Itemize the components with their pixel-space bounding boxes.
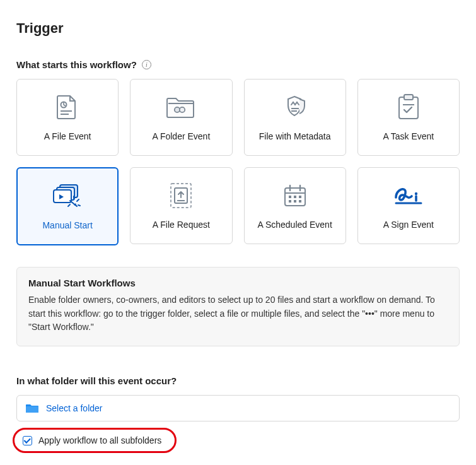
folder-section-label: In what folder will this event occur? — [16, 375, 177, 386]
trigger-card-label: File with Metadata — [259, 131, 331, 141]
svg-point-5 — [180, 107, 185, 112]
sign-event-icon — [392, 182, 425, 209]
svg-point-34 — [415, 192, 417, 195]
apply-subfolders-row[interactable]: Apply workflow to all subfolders — [16, 430, 173, 450]
trigger-card-label: A Scheduled Event — [257, 220, 332, 230]
apply-subfolders-label: Apply workflow to all subfolders — [38, 435, 161, 445]
info-box-body: Enable folder owners, co-owners, and edi… — [28, 293, 448, 334]
trigger-card-grid: A File Event A Folder Event — [16, 79, 460, 245]
svg-rect-33 — [299, 200, 301, 203]
trigger-card-label: A Sign Event — [383, 220, 434, 230]
page-title: Trigger — [16, 20, 460, 37]
file-event-icon — [55, 93, 80, 121]
trigger-card-file-event[interactable]: A File Event — [16, 79, 119, 156]
svg-line-17 — [77, 199, 79, 201]
info-icon[interactable]: i — [142, 60, 151, 69]
trigger-card-file-request[interactable]: A File Request — [130, 167, 232, 244]
folder-picker[interactable]: Select a folder — [16, 395, 460, 421]
folder-event-icon — [166, 93, 195, 121]
svg-rect-37 — [26, 406, 38, 413]
trigger-section-label: What starts this workflow? — [16, 59, 137, 70]
trigger-card-label: A File Request — [153, 220, 210, 230]
folder-picker-label: Select a folder — [46, 403, 103, 413]
file-request-icon — [168, 182, 194, 209]
folder-section-header: In what folder will this event occur? — [16, 375, 460, 386]
trigger-card-label: A File Event — [44, 131, 91, 141]
trigger-card-folder-event[interactable]: A Folder Event — [130, 79, 232, 156]
trigger-card-sign-event[interactable]: A Sign Event — [357, 167, 460, 244]
trigger-card-label: Manual Start — [42, 220, 92, 230]
svg-rect-8 — [399, 97, 418, 119]
svg-rect-29 — [294, 196, 296, 198]
trigger-section-header: What starts this workflow? i — [16, 59, 460, 70]
trigger-card-manual-start[interactable]: Manual Start — [16, 167, 119, 245]
trigger-card-file-metadata[interactable]: File with Metadata — [244, 79, 346, 156]
svg-rect-28 — [289, 196, 291, 198]
folder-icon — [26, 403, 38, 413]
trigger-card-label: A Folder Event — [152, 131, 210, 141]
svg-line-19 — [78, 205, 80, 206]
svg-rect-9 — [404, 95, 413, 100]
metadata-icon — [281, 93, 310, 121]
svg-rect-31 — [289, 200, 291, 203]
manual-start-info-box: Manual Start Workflows Enable folder own… — [16, 267, 460, 346]
apply-subfolders-checkbox[interactable] — [23, 436, 32, 445]
task-event-icon — [397, 93, 421, 121]
svg-line-18 — [68, 204, 70, 206]
info-box-title: Manual Start Workflows — [28, 278, 448, 288]
scheduled-event-icon — [282, 182, 308, 209]
trigger-card-task-event[interactable]: A Task Event — [357, 79, 460, 156]
trigger-card-label: A Task Event — [383, 131, 434, 141]
manual-start-icon — [51, 182, 84, 210]
trigger-card-scheduled-event[interactable]: A Scheduled Event — [244, 167, 346, 244]
svg-rect-30 — [299, 196, 301, 198]
svg-rect-32 — [294, 200, 296, 203]
